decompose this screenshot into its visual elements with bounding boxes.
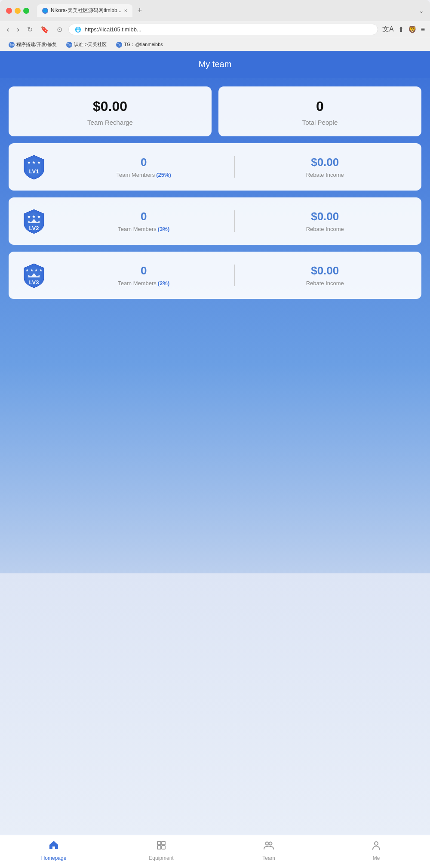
lv3-members-text: Team Members xyxy=(118,280,157,286)
bookmark-item-2[interactable]: Tm 认准->天美社区 xyxy=(63,40,110,49)
reload-button[interactable]: ↻ xyxy=(25,25,34,34)
lv1-rebate-text: Rebate Income xyxy=(306,172,344,178)
bookmarks-bar: Tm 程序搭建/开发/修复 Tm 认准->天美社区 Tm TG：@tianmei… xyxy=(0,38,430,51)
lv1-members-text: Team Members xyxy=(117,172,155,178)
forward-button[interactable]: › xyxy=(15,25,21,34)
lv2-members-block: 0 Team Members (3%) xyxy=(58,210,230,232)
total-people-label: Total People xyxy=(302,119,338,126)
bottom-navigation: Homepage Equipment Team xyxy=(0,835,430,868)
nav-label-team: Team xyxy=(262,855,275,861)
page-title: My team xyxy=(199,59,232,69)
me-icon xyxy=(371,840,382,853)
toolbar-icons: 文A ⬆ 🦁 ≡ xyxy=(382,25,425,34)
lv3-rebate-label: Rebate Income xyxy=(306,280,344,286)
active-tab[interactable]: 🌐 Nikora-天美社区源码网timibb... × xyxy=(37,4,132,17)
lv2-rebate-value: $0.00 xyxy=(311,210,339,223)
nav-label-me: Me xyxy=(373,855,380,861)
lv3-badge: ★ ★ ★ ★ LV3 xyxy=(19,260,49,290)
lv1-divider xyxy=(234,156,235,178)
nav-item-homepage[interactable]: Homepage xyxy=(0,840,108,861)
lv1-badge: ★ ★ ★ LV1 xyxy=(19,152,49,182)
lv2-badge: ★ ★ ★ LV2 xyxy=(19,206,49,236)
close-window-button[interactable] xyxy=(6,8,12,14)
lv2-rebate-label: Rebate Income xyxy=(306,226,344,232)
team-recharge-card: $0.00 Team Recharge xyxy=(9,86,212,136)
lv1-rebate-block: $0.00 Rebate Income xyxy=(239,156,412,178)
lv3-rebate-text: Rebate Income xyxy=(306,280,344,286)
equipment-icon xyxy=(156,840,167,853)
svg-rect-8 xyxy=(157,846,161,849)
lv3-rebate-block: $0.00 Rebate Income xyxy=(239,264,412,286)
lv1-card: ★ ★ ★ LV1 0 Team Members (25%) $0.00 xyxy=(9,143,421,191)
bookmark-favicon-2: Tm xyxy=(66,42,72,48)
nav-item-team[interactable]: Team xyxy=(215,840,322,861)
lv1-members-label: Team Members (25%) xyxy=(117,172,171,178)
lv2-members-pct: (3%) xyxy=(158,226,169,232)
bookmark-favicon-3: Tm xyxy=(116,42,122,48)
lv3-members-count: 0 xyxy=(141,264,147,277)
svg-rect-6 xyxy=(157,841,161,845)
title-bar: 🌐 Nikora-天美社区源码网timibb... × + ⌄ xyxy=(0,0,430,21)
minimize-window-button[interactable] xyxy=(15,8,21,14)
new-tab-button[interactable]: + xyxy=(135,6,145,15)
tab-close-button[interactable]: × xyxy=(124,8,127,14)
lv3-stats: 0 Team Members (2%) $0.00 Rebate Income xyxy=(58,264,411,286)
lv1-members-count: 0 xyxy=(141,156,147,169)
nav-item-equipment[interactable]: Equipment xyxy=(108,840,215,861)
tab-favicon-icon: 🌐 xyxy=(42,8,48,14)
lv1-rebate-value: $0.00 xyxy=(311,156,339,169)
svg-rect-7 xyxy=(162,841,165,845)
share-icon[interactable]: ⬆ xyxy=(398,25,404,34)
fullscreen-window-button[interactable] xyxy=(23,8,29,14)
back-button[interactable]: ‹ xyxy=(5,25,11,34)
address-bar: ‹ › ↻ 🔖 ⊙ 🌐 https://licai105.timibb... 文… xyxy=(0,21,430,38)
bookmark-page-button[interactable]: 🔖 xyxy=(39,25,51,34)
browser-menu-icon[interactable]: ≡ xyxy=(421,26,425,34)
lv1-stats: 0 Team Members (25%) $0.00 Rebate Income xyxy=(58,156,411,178)
top-stat-cards: $0.00 Team Recharge 0 Total People xyxy=(9,86,421,136)
brave-shield-icon[interactable]: 🦁 xyxy=(408,25,417,34)
svg-text:★ ★ ★: ★ ★ ★ xyxy=(27,160,41,165)
lv2-members-count: 0 xyxy=(141,210,147,223)
traffic-lights xyxy=(6,8,29,14)
svg-text:LV2: LV2 xyxy=(29,225,39,231)
lv2-rebate-text: Rebate Income xyxy=(306,226,344,232)
svg-point-11 xyxy=(269,842,272,845)
lv3-members-block: 0 Team Members (2%) xyxy=(58,264,230,286)
home-icon xyxy=(48,840,59,853)
team-recharge-label: Team Recharge xyxy=(87,119,133,126)
bookmark-label-2: 认准->天美社区 xyxy=(74,41,107,48)
lv2-card: ★ ★ ★ LV2 0 Team Members (3%) $0.00 xyxy=(9,197,421,245)
lv1-members-pct: (25%) xyxy=(156,172,171,178)
svg-point-10 xyxy=(266,842,269,845)
lv3-divider xyxy=(234,265,235,286)
page-content: My team $0.00 Team Recharge 0 Total Peop… xyxy=(0,51,430,835)
lv2-divider xyxy=(234,210,235,232)
svg-text:LV3: LV3 xyxy=(29,279,39,286)
cast-button[interactable]: ⊙ xyxy=(55,25,64,34)
bookmark-item-1[interactable]: Tm 程序搭建/开发/修复 xyxy=(5,40,60,49)
tab-title: Nikora-天美社区源码网timibb... xyxy=(51,7,122,14)
cards-area: $0.00 Team Recharge 0 Total People ★ ★ ★ xyxy=(0,78,430,573)
team-recharge-value: $0.00 xyxy=(93,98,127,114)
lv2-rebate-block: $0.00 Rebate Income xyxy=(239,210,412,232)
total-people-card: 0 Total People xyxy=(218,86,421,136)
bookmark-item-3[interactable]: Tm TG：@tianmeibbs xyxy=(113,40,166,49)
lv1-rebate-label: Rebate Income xyxy=(306,172,344,178)
svg-rect-9 xyxy=(162,846,165,849)
svg-text:★ ★ ★ ★: ★ ★ ★ ★ xyxy=(25,268,43,272)
page-header: My team xyxy=(0,51,430,78)
lv3-members-label: Team Members (2%) xyxy=(118,280,169,286)
browser-menu-button[interactable]: ⌄ xyxy=(419,7,424,14)
total-people-value: 0 xyxy=(316,98,324,114)
url-input[interactable]: 🌐 https://licai105.timibb... xyxy=(68,24,378,35)
lv2-stats: 0 Team Members (3%) $0.00 Rebate Income xyxy=(58,210,411,232)
bookmark-label-1: 程序搭建/开发/修复 xyxy=(16,41,57,48)
tab-bar: 🌐 Nikora-天美社区源码网timibb... × + xyxy=(37,4,415,17)
nav-item-me[interactable]: Me xyxy=(322,840,430,861)
team-icon xyxy=(263,840,274,853)
svg-text:★ ★ ★: ★ ★ ★ xyxy=(27,214,41,219)
translate-icon[interactable]: 文A xyxy=(382,25,394,34)
lv1-members-block: 0 Team Members (25%) xyxy=(58,156,230,178)
nav-label-homepage: Homepage xyxy=(41,855,67,861)
